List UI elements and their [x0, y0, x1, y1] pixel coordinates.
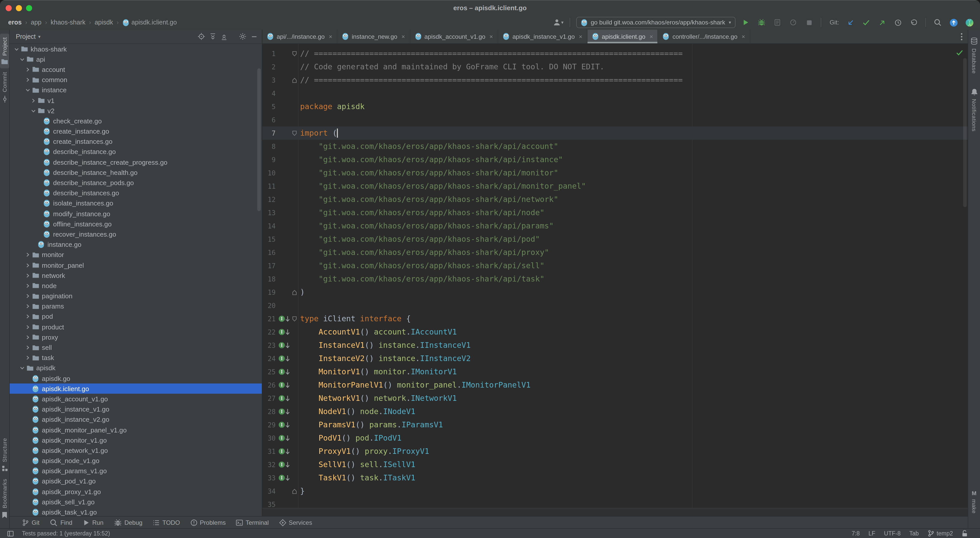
- tool-window-button-make[interactable]: Mmake: [968, 487, 980, 517]
- tree-row[interactable]: sell: [10, 343, 262, 352]
- tree-row[interactable]: describe_instance.go: [10, 147, 262, 157]
- chevron-right-icon[interactable]: [25, 314, 30, 319]
- tree-row[interactable]: apisdk: [10, 363, 262, 373]
- profiler-button[interactable]: [788, 17, 799, 28]
- tree-row[interactable]: instance: [10, 85, 262, 95]
- chevron-right-icon[interactable]: [25, 355, 30, 360]
- tree-row[interactable]: describe_instance_pods.go: [10, 178, 262, 188]
- locate-file-button[interactable]: [197, 33, 205, 40]
- tool-window-button-problems[interactable]: Problems: [185, 517, 231, 528]
- tree-row[interactable]: monitor_panel: [10, 260, 262, 270]
- chevron-right-icon[interactable]: [25, 335, 30, 340]
- implementation-gutter-icon[interactable]: I: [275, 448, 291, 455]
- tree-row[interactable]: apisdk_instance_v1.go: [10, 404, 262, 414]
- tree-row[interactable]: apisdk_monitor_panel_v1.go: [10, 425, 262, 435]
- editor-tab[interactable]: api/.../instance.go×: [262, 30, 337, 43]
- tool-window-button-debug[interactable]: Debug: [108, 517, 148, 528]
- tree-row[interactable]: apisdk_task_v1.go: [10, 507, 262, 516]
- chevron-right-icon[interactable]: [25, 253, 30, 257]
- tool-window-button-structure[interactable]: Structure: [0, 435, 9, 476]
- chevron-right-icon[interactable]: [25, 263, 30, 267]
- implementation-gutter-icon[interactable]: I: [275, 342, 291, 349]
- breadcrumb-item[interactable]: eros: [8, 19, 22, 26]
- tree-row[interactable]: offline_instances.go: [10, 219, 262, 229]
- fold-marker-icon[interactable]: [291, 51, 298, 56]
- tree-row[interactable]: apisdk_network_v1.go: [10, 446, 262, 455]
- rollback-button[interactable]: [908, 17, 919, 28]
- tree-row[interactable]: isolate_instances.go: [10, 198, 262, 209]
- tool-window-button-project[interactable]: Project: [0, 34, 9, 68]
- breadcrumb-item[interactable]: khaos-shark: [51, 19, 86, 26]
- fold-marker-icon[interactable]: [291, 130, 298, 136]
- implementation-gutter-icon[interactable]: I: [275, 422, 291, 428]
- search-everywhere-button[interactable]: [932, 17, 943, 28]
- editor-tab[interactable]: controller/.../instance.go×: [658, 30, 750, 43]
- breadcrumb-item[interactable]: app: [31, 19, 41, 26]
- tree-row[interactable]: task: [10, 352, 262, 363]
- fold-marker-icon[interactable]: [291, 488, 298, 494]
- chevron-down-icon[interactable]: [19, 57, 25, 62]
- implementation-gutter-icon[interactable]: I: [275, 475, 291, 481]
- breadcrumb-item[interactable]: apisdk.iclient.go: [122, 19, 177, 26]
- run-button[interactable]: [740, 17, 752, 28]
- tree-row[interactable]: apisdk_sell_v1.go: [10, 497, 262, 507]
- implementation-gutter-icon[interactable]: I: [275, 355, 291, 362]
- tree-row[interactable]: check_create.go: [10, 116, 262, 126]
- implementation-gutter-icon[interactable]: I: [275, 368, 291, 375]
- tree-row[interactable]: apisdk_pod_v1.go: [10, 476, 262, 487]
- tree-row[interactable]: network: [10, 270, 262, 281]
- fold-marker-icon[interactable]: [291, 77, 298, 83]
- tree-row[interactable]: describe_instance_create_progress.go: [10, 157, 262, 167]
- tab-close-icon[interactable]: ×: [401, 33, 405, 40]
- implementation-gutter-icon[interactable]: I: [275, 461, 291, 468]
- tree-row[interactable]: apisdk_account_v1.go: [10, 394, 262, 404]
- tree-row[interactable]: apisdk_params_v1.go: [10, 466, 262, 476]
- implementation-gutter-icon[interactable]: I: [275, 408, 291, 415]
- tool-window-button-bookmarks[interactable]: Bookmarks: [0, 476, 9, 522]
- tool-window-button-notifications[interactable]: Notifications: [968, 84, 980, 135]
- run-configuration-select[interactable]: go build git.woa.com/khaos/eros/app/khao…: [576, 17, 736, 28]
- tree-row[interactable]: pod: [10, 311, 262, 322]
- history-button[interactable]: [892, 17, 904, 28]
- editor-scrollbar[interactable]: [963, 58, 967, 207]
- tree-row[interactable]: api: [10, 54, 262, 64]
- chevron-down-icon[interactable]: ▾: [38, 34, 41, 39]
- gear-icon[interactable]: [239, 33, 247, 40]
- run-with-coverage-button[interactable]: [772, 17, 783, 28]
- zoom-button[interactable]: [26, 5, 32, 11]
- implementation-gutter-icon[interactable]: I: [275, 316, 291, 322]
- chevron-down-icon[interactable]: [14, 47, 19, 51]
- chevron-right-icon[interactable]: [25, 294, 30, 298]
- chevron-right-icon[interactable]: [25, 345, 30, 350]
- user-account-button[interactable]: ▾: [552, 17, 564, 28]
- tree-row[interactable]: create_instances.go: [10, 136, 262, 147]
- tree-scrollbar[interactable]: [257, 68, 261, 211]
- tree-row[interactable]: v1: [10, 95, 262, 106]
- tab-close-icon[interactable]: ×: [579, 33, 582, 40]
- tree-row[interactable]: account: [10, 65, 262, 75]
- tree-row[interactable]: pagination: [10, 291, 262, 301]
- tool-window-button-database[interactable]: Database: [968, 34, 980, 77]
- code-with-me-button[interactable]: [948, 17, 959, 28]
- tree-row[interactable]: modify_instance.go: [10, 209, 262, 219]
- tree-row[interactable]: apisdk_instance_v2.go: [10, 414, 262, 425]
- inspections-ok-icon[interactable]: [956, 48, 964, 59]
- chevron-right-icon[interactable]: [25, 273, 30, 278]
- tree-row[interactable]: instance.go: [10, 240, 262, 250]
- tree-row[interactable]: params: [10, 301, 262, 311]
- indent-style[interactable]: Tab: [909, 530, 919, 536]
- tree-row[interactable]: describe_instance_health.go: [10, 168, 262, 178]
- chevron-down-icon[interactable]: [19, 366, 25, 370]
- fold-marker-icon[interactable]: [291, 289, 298, 295]
- chevron-right-icon[interactable]: [30, 98, 36, 103]
- collapse-all-button[interactable]: [221, 33, 228, 40]
- tab-close-icon[interactable]: ×: [490, 33, 493, 40]
- tree-row[interactable]: apisdk.go: [10, 373, 262, 384]
- hide-panel-button[interactable]: [251, 33, 258, 40]
- git-branch-widget[interactable]: temp2: [928, 530, 953, 537]
- expand-all-button[interactable]: [209, 33, 216, 40]
- implementation-gutter-icon[interactable]: I: [275, 435, 291, 441]
- tree-row[interactable]: proxy: [10, 332, 262, 343]
- git-push-button[interactable]: [877, 17, 888, 28]
- tree-row[interactable]: apisdk.iclient.go: [10, 384, 262, 394]
